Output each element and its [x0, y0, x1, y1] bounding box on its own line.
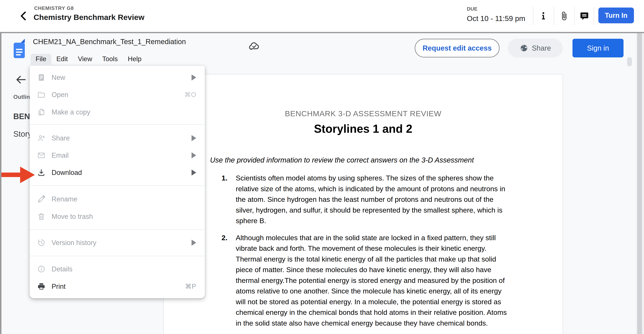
docs-icon-line: [16, 51, 22, 53]
info-icon[interactable]: [538, 10, 549, 22]
menu-item-details[interactable]: Details: [30, 260, 205, 278]
embed-frame-border: [0, 32, 644, 33]
list-number: 1.: [222, 173, 236, 226]
due-label: DUE: [467, 6, 478, 12]
doc-instruction: Use the provided information to review t…: [210, 156, 505, 164]
menu-divider: [30, 256, 205, 256]
globe-icon: [520, 44, 528, 52]
cloud-saved-icon: [248, 41, 260, 51]
attachment-paperclip-icon[interactable]: [558, 10, 570, 22]
submenu-arrow-icon: [192, 74, 196, 81]
docs-menubar: File Edit View Tools Help: [30, 54, 146, 66]
back-chevron-icon[interactable]: [17, 10, 30, 22]
menu-item-rename[interactable]: Rename: [30, 190, 205, 208]
list-text: Although molecules that are in the solid…: [236, 232, 508, 329]
person-add-icon: [37, 134, 46, 142]
docs-icon-line: [16, 49, 22, 50]
header-divider: [594, 7, 594, 25]
assignment-header: CHEMISTRY G8 Chemistry Benchmark Review …: [0, 0, 644, 32]
submenu-arrow-icon: [192, 135, 196, 141]
list-text: Scientists often model atoms by using sp…: [236, 173, 508, 226]
share-label: Share: [532, 44, 551, 52]
menu-divider: [30, 185, 205, 186]
submenu-arrow-icon: [192, 240, 196, 246]
menu-item-open[interactable]: Open ⌘O: [30, 86, 205, 103]
history-icon: [37, 239, 46, 247]
menu-divider: [30, 124, 205, 125]
menu-tools[interactable]: Tools: [97, 54, 123, 66]
document-page: BENCHMARK 3-D ASSESSMENT REVIEW Storylin…: [163, 74, 563, 334]
header-divider: [533, 7, 533, 25]
due-datetime: Oct 10 - 11:59 pm: [467, 14, 525, 23]
info-circle-icon: [37, 265, 46, 273]
browser-scrollbar-thumb[interactable]: [637, 33, 642, 334]
menu-divider: [30, 229, 205, 230]
menu-item-new[interactable]: New: [30, 69, 205, 86]
list-number: 2.: [222, 232, 236, 329]
shortcut-label: ⌘P: [185, 283, 196, 290]
hide-outline-arrow-icon[interactable]: [14, 73, 27, 86]
course-label: CHEMISTRY G8: [34, 5, 74, 11]
docs-scrollbar-thumb[interactable]: [627, 57, 632, 66]
menu-item-version-history[interactable]: Version history: [30, 234, 205, 251]
docs-icon-fold: [21, 39, 25, 43]
comment-icon[interactable]: [578, 10, 590, 22]
assignment-title: Chemistry Benchmark Review: [34, 13, 144, 22]
submenu-arrow-icon: [192, 152, 196, 159]
document-title: CHEM21_NA_Benchmark_Test_1_Remediation: [33, 38, 186, 46]
list-item-2: 2. Although molecules that are in the so…: [222, 232, 509, 329]
menu-item-download[interactable]: Download: [30, 164, 205, 181]
menu-edit[interactable]: Edit: [52, 54, 73, 66]
folder-icon: [37, 91, 46, 99]
docs-icon-line: [16, 54, 21, 55]
shortcut-label: ⌘O: [184, 91, 196, 99]
turn-in-button[interactable]: Turn In: [598, 7, 634, 23]
header-divider: [554, 7, 554, 25]
submenu-arrow-icon: [192, 169, 196, 175]
doc-numbered-list: 1. Scientists often model atoms by using…: [222, 173, 509, 334]
menu-item-print[interactable]: Print ⌘P: [30, 278, 205, 295]
pencil-icon: [37, 195, 46, 203]
list-item-1: 1. Scientists often model atoms by using…: [222, 173, 509, 226]
menu-view[interactable]: View: [73, 54, 97, 66]
menu-help[interactable]: Help: [123, 54, 146, 66]
menu-item-email[interactable]: Email: [30, 147, 205, 164]
copy-icon: [37, 108, 46, 116]
share-button[interactable]: Share: [508, 39, 563, 57]
download-icon: [37, 168, 46, 177]
printer-icon: [37, 282, 46, 291]
embed-frame-border: [0, 32, 2, 334]
doc-heading-small: BENCHMARK 3-D ASSESSMENT REVIEW: [164, 109, 562, 118]
menu-item-share[interactable]: Share: [30, 130, 205, 147]
email-icon: [37, 151, 46, 160]
google-docs-icon: [14, 43, 25, 58]
annotation-arrow-head: [20, 167, 35, 183]
new-document-icon: [37, 73, 46, 82]
request-edit-access-button[interactable]: Request edit access: [415, 39, 500, 57]
file-menu-panel: New Open ⌘O Make a copy Share Email D: [30, 66, 205, 298]
menu-item-move-to-trash[interactable]: Move to trash: [30, 208, 205, 225]
annotation-arrow: [0, 172, 21, 177]
sign-in-button[interactable]: Sign in: [572, 39, 624, 57]
doc-heading-large: Storylines 1 and 2: [164, 122, 562, 136]
header-divider: [574, 7, 575, 25]
menu-file[interactable]: File: [30, 54, 52, 66]
trash-icon: [37, 212, 46, 221]
menu-item-make-a-copy[interactable]: Make a copy: [30, 104, 205, 121]
